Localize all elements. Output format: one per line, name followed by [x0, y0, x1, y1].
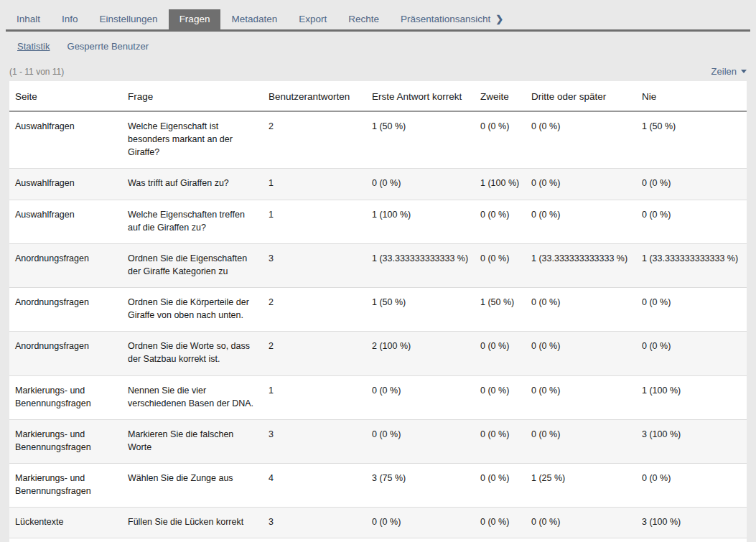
cell-value: 2 (100 %) — [366, 332, 475, 375]
tab-label: Inhalt — [17, 14, 40, 24]
cell-value: 2 — [263, 288, 366, 332]
cell-value: 1 — [263, 375, 366, 419]
table-row: AnordnungsfragenOrdnen Sie die Worte so,… — [9, 332, 747, 375]
cell-value: 0 (0 %) — [526, 375, 636, 419]
cell-value: 0 (0 %) — [526, 288, 636, 332]
cell-value: 0 (0 %) — [636, 332, 747, 375]
table-row: AuswahlfragenWelche Eigenschaften treffe… — [9, 200, 747, 243]
cell-value: 0 (0 %) — [526, 169, 636, 200]
tab-export[interactable]: Export — [288, 9, 337, 29]
cell-value: 0 (0 %) — [526, 111, 636, 169]
launch-chevron-icon: ❯ — [495, 14, 503, 24]
cell-value: 0 (0 %) — [636, 288, 747, 332]
cell-value: 1 (33.333333333333 %) — [526, 243, 636, 287]
cell-value: 0 (0 %) — [475, 111, 526, 169]
table-row: AnordnungsfragenOrdnen Sie die Körpertei… — [9, 288, 747, 332]
cell-seite: Anordnungsfragen — [9, 332, 122, 375]
subtab-gesperrte-benutzer[interactable]: Gesperrte Benutzer — [67, 41, 149, 52]
tab-bar: InhaltInfoEinstellungenFragenMetadatenEx… — [6, 9, 750, 32]
tab-fragen[interactable]: Fragen — [169, 9, 221, 29]
tab-metadaten[interactable]: Metadaten — [220, 9, 288, 29]
cell-value: 1 (33.333333333333 %) — [636, 243, 747, 287]
tab-info[interactable]: Info — [51, 9, 89, 29]
tab-label: Info — [62, 14, 78, 24]
cell-value: 1 (100 %) — [366, 200, 475, 243]
table-row: LückentexteNennen Sie die in Deutschland… — [9, 538, 747, 542]
pagination-range-top: (1 - 11 von 11) — [9, 67, 64, 77]
caret-down-icon — [741, 70, 747, 73]
cell-value: 0 (0 %) — [475, 464, 526, 508]
column-header-zweite: Zweite — [475, 81, 526, 111]
cell-seite: Anordnungsfragen — [9, 243, 122, 287]
cell-value: 0 (0 %) — [366, 169, 475, 200]
cell-value: 0 (0 %) — [636, 169, 747, 200]
table-header-row: SeiteFrageBenutzerantwortenErste Antwort… — [9, 81, 747, 111]
cell-value: 1 — [263, 200, 366, 243]
cell-value: 1 (100 %) — [636, 375, 747, 419]
cell-value: 2 — [263, 111, 366, 169]
cell-value: 0 (0 %) — [366, 375, 475, 419]
cell-value: 0 (0 %) — [475, 200, 526, 243]
cell-value: 0 (0 %) — [636, 200, 747, 243]
table-row: Markierungs- und BenennungsfragenWählen … — [9, 464, 747, 508]
column-header-frage: Frage — [122, 81, 263, 111]
cell-frage: Markieren Sie die falschen Worte — [122, 419, 263, 463]
cell-frage: Nennen Sie die vier verschiedenen Basen … — [122, 375, 263, 419]
question-statistics-table: SeiteFrageBenutzerantwortenErste Antwort… — [9, 81, 747, 542]
cell-value: 0 — [366, 538, 475, 542]
tab-label: Metadaten — [231, 14, 277, 24]
cell-value: 1 (25 %) — [526, 464, 636, 508]
tab-inhalt[interactable]: Inhalt — [6, 9, 51, 29]
cell-value: 1 (100 %) — [475, 169, 526, 200]
cell-seite: Auswahlfragen — [9, 200, 122, 243]
cell-value: 0 (0 %) — [526, 419, 636, 463]
rows-per-page-dropdown[interactable]: Zeilen — [711, 66, 747, 77]
cell-seite: Markierungs- und Benennungsfragen — [9, 464, 122, 508]
cell-frage: Welche Eigenschaften treffen auf die Gir… — [122, 200, 263, 243]
column-header-seite: Seite — [9, 81, 122, 111]
cell-value: 0 (0 %) — [475, 508, 526, 538]
cell-value: 3 (75 %) — [366, 464, 475, 508]
table-row: Markierungs- und BenennungsfragenMarkier… — [9, 419, 747, 463]
cell-value: 1 (50 %) — [475, 288, 526, 332]
cell-frage: Wählen Sie die Zunge aus — [122, 464, 263, 508]
table-row: Markierungs- und BenennungsfragenNennen … — [9, 375, 747, 419]
cell-value: 0 (0 %) — [475, 419, 526, 463]
column-header-benutzerantworten: Benutzerantworten — [263, 81, 366, 111]
tab-einstellungen[interactable]: Einstellungen — [89, 9, 169, 29]
cell-value: 0 (0 %) — [636, 464, 747, 508]
cell-seite: Anordnungsfragen — [9, 288, 122, 332]
cell-frage: Welche Eigenschaft ist besonders markant… — [122, 111, 263, 169]
tab-label: Einstellungen — [100, 14, 158, 24]
cell-seite: Markierungs- und Benennungsfragen — [9, 419, 122, 463]
cell-value — [526, 538, 636, 542]
list-toolbar: (1 - 11 von 11) Zeilen — [9, 66, 747, 77]
cell-value: 0 — [263, 538, 366, 542]
cell-value: 0 — [475, 538, 526, 542]
tab-label: Präsentationsansicht — [401, 14, 490, 24]
cell-value: 0 (0 %) — [526, 200, 636, 243]
cell-frage: Ordnen Sie die Körperteile der Giraffe v… — [122, 288, 263, 332]
cell-value: 3 (100 %) — [636, 419, 747, 463]
subtab-bar: StatistikGesperrte Benutzer — [17, 41, 750, 52]
cell-value: 1 (33.333333333333 %) — [366, 243, 475, 287]
tab-präsentationsansicht[interactable]: Präsentationsansicht❯ — [390, 9, 514, 29]
cell-value: 1 (50 %) — [366, 111, 475, 169]
cell-frage: Ordnen Sie die Eigenschaften der Giraffe… — [122, 243, 263, 287]
tab-bar-wrap: InhaltInfoEinstellungenFragenMetadatenEx… — [0, 0, 756, 32]
cell-seite: Auswahlfragen — [9, 169, 122, 200]
column-header-dritte-oder-später: Dritte oder später — [526, 81, 636, 111]
cell-frage: Ordnen Sie die Worte so, dass der Satzba… — [122, 332, 263, 375]
table-row: AuswahlfragenWas trifft auf Giraffen zu?… — [9, 169, 747, 200]
cell-value: 0 (0 %) — [475, 375, 526, 419]
cell-frage: Füllen Sie die Lücken korrekt — [122, 508, 263, 538]
tab-label: Fragen — [179, 14, 210, 24]
column-header-erste-antwort-korrekt: Erste Antwort korrekt — [366, 81, 475, 111]
cell-seite: Auswahlfragen — [9, 111, 122, 169]
subtab-statistik[interactable]: Statistik — [17, 41, 50, 52]
table-header: SeiteFrageBenutzerantwortenErste Antwort… — [9, 81, 747, 111]
tab-rechte[interactable]: Rechte — [337, 9, 390, 29]
cell-value: 1 (50 %) — [366, 288, 475, 332]
cell-value: 3 (100 %) — [636, 508, 747, 538]
cell-value: 0 (0 %) — [526, 508, 636, 538]
